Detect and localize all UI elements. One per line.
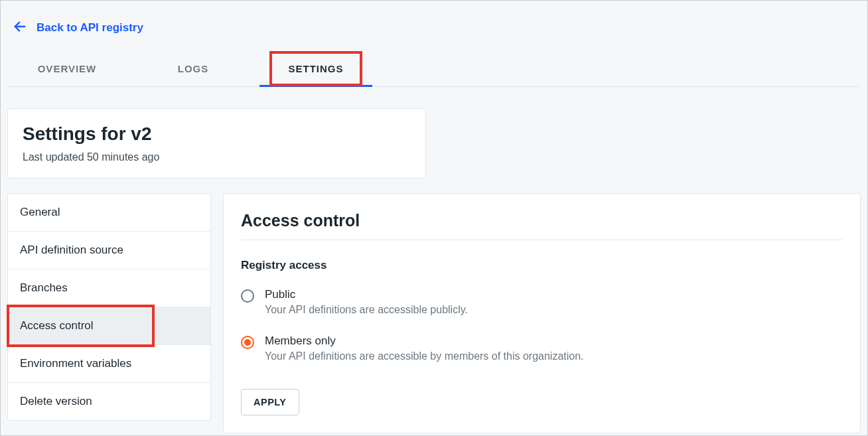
apply-button[interactable]: APPLY [241,389,299,415]
sidebar-item-environment-variables[interactable]: Environment variables [8,345,210,383]
last-updated-label: Last updated 50 minutes ago [23,151,411,163]
sidebar-item-access-control[interactable]: Access control [8,307,210,345]
radio-public[interactable] [241,289,254,303]
access-control-panel: Access control Registry access Public Yo… [223,193,861,433]
radio-option-members-only-row: Members only Your API definitions are ac… [241,334,843,362]
radio-option-public-row: Public Your API definitions are accessib… [241,288,843,316]
arrow-left-icon [13,19,27,36]
sidebar-item-delete-version[interactable]: Delete version [8,383,210,420]
radio-members-only[interactable] [241,336,254,349]
back-to-registry-link[interactable]: Back to API registry [1,1,867,52]
back-link-label: Back to API registry [36,21,143,35]
page-title: Settings for v2 [23,123,411,145]
sidebar-item-api-definition-source[interactable]: API definition source [8,232,210,269]
tab-logs[interactable]: LOGS [127,52,259,86]
tab-settings[interactable]: SETTINGS [259,52,372,87]
radio-public-desc: Your API definitions are accessible publ… [265,304,468,316]
registry-access-group-label: Registry access [241,259,843,272]
radio-members-only-desc: Your API definitions are accessible by m… [265,350,584,362]
settings-sidebar: General API definition source Branches A… [7,193,211,421]
tab-bar: OVERVIEW LOGS SETTINGS [7,52,861,87]
panel-title: Access control [241,211,843,240]
settings-header-card: Settings for v2 Last updated 50 minutes … [7,108,426,179]
radio-public-title: Public [265,288,468,301]
tab-overview[interactable]: OVERVIEW [7,52,127,86]
radio-members-only-title: Members only [265,334,584,348]
sidebar-item-general[interactable]: General [8,194,210,232]
sidebar-item-branches[interactable]: Branches [8,269,210,307]
